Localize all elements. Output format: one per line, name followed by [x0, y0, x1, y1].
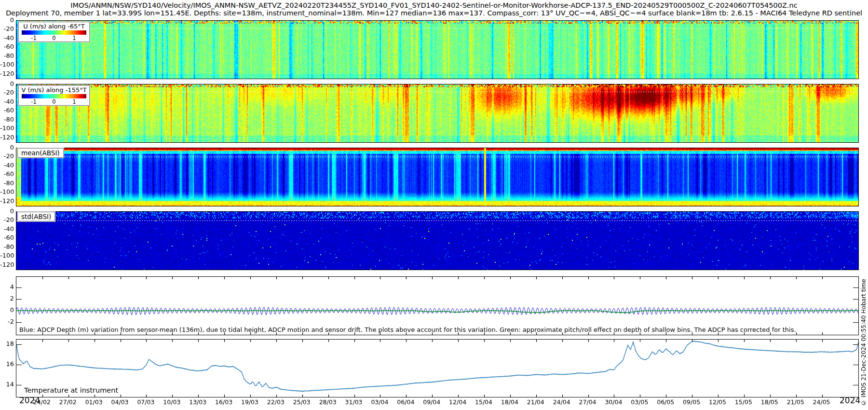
panel-v-velocity: V (m/s) along -155°T -1 0 1: [16, 84, 859, 143]
x-date-label: 07/03: [137, 398, 154, 406]
x-date-label: 15/05: [735, 398, 752, 406]
u-colorbar-legend: U (m/s) along -65°T -1 0 1: [18, 22, 90, 42]
x-date-label: 27/04: [579, 398, 597, 406]
panel-u-velocity: U (m/s) along -65°T -1 0 1: [16, 20, 859, 79]
x-date-label: 03/04: [371, 398, 388, 406]
u-colorbar-ticks: -1 0 1: [20, 35, 88, 41]
temperature-line-canvas: [16, 340, 858, 397]
depth-variation-tick-label: 2: [0, 294, 14, 301]
x-date-label: 24/05: [813, 398, 830, 406]
x-date-label: 28/03: [319, 398, 337, 406]
depth-tick-label: -120: [0, 134, 14, 141]
x-date-label: 25/03: [293, 398, 311, 406]
v-colorbar-ticks: -1 0 1: [20, 98, 88, 105]
std-absi-label: std(ABSI): [17, 212, 55, 221]
imos-watermark: © IMOS 21-Dec-2024 00:55:40 Hobart time: [860, 279, 867, 406]
x-date-label: 06/05: [657, 398, 674, 406]
x-date-label: 19/03: [241, 398, 258, 406]
depth-tick-label: -80: [0, 52, 14, 59]
v-velocity-heatmap-canvas: [16, 84, 858, 142]
x-date-label: 09/04: [423, 398, 440, 406]
depth-tick-label: -60: [0, 170, 14, 178]
x-date-label: 18/04: [501, 398, 518, 406]
depth-variation-tick-label: -2: [0, 317, 14, 325]
u-colorbar-tick-label: -1: [31, 35, 36, 41]
temperature-label: Temperature at instrument: [24, 386, 118, 394]
panel-temperature: Temperature at instrument: [16, 339, 859, 397]
depth-tick-label: -80: [0, 243, 14, 250]
adcp-figure: IMOS/ANMN/NSW/SYD140/Velocity/IMOS_ANMN-…: [0, 0, 868, 410]
depth-tick-label: -100: [0, 61, 14, 68]
u-colorbar-tick-label: 1: [72, 35, 76, 41]
temperature-tick-label: 18: [0, 340, 14, 347]
x-date-label: 10/03: [163, 398, 180, 406]
x-date-label: 16/03: [215, 398, 232, 406]
depth-tick-label: -120: [0, 70, 14, 77]
figure-subtitle: Deployment 70, member 1 lat=33.99S lon=1…: [0, 9, 868, 17]
u-legend-title: U (m/s) along -65°T: [20, 23, 88, 30]
x-date-label: 15/04: [475, 398, 492, 406]
x-date-label: 01/03: [85, 398, 103, 406]
depth-tick-label: 0: [0, 144, 14, 151]
depth-tick-label: -120: [0, 261, 14, 268]
depth-tick-label: -100: [0, 188, 14, 195]
v-legend-title: V (m/s) along -155°T: [20, 86, 88, 94]
x-date-label: 24/04: [553, 398, 570, 406]
figure-title: IMOS/ANMN/NSW/SYD140/Velocity/IMOS_ANMN-…: [0, 1, 868, 9]
v-colorbar-legend: V (m/s) along -155°T -1 0 1: [18, 85, 90, 106]
mean-absi-heatmap-canvas: [16, 148, 858, 206]
x-date-label: 21/05: [787, 398, 804, 406]
year-label-right: 2024: [840, 396, 860, 405]
v-colorbar-tick-label: 0: [52, 98, 55, 105]
x-date-label: 30/04: [605, 398, 622, 406]
x-date-label: 04/03: [111, 398, 129, 406]
x-date-label: 13/03: [189, 398, 206, 406]
depth-tick-label: 0: [0, 207, 14, 215]
depth-variation-tick-label: 4: [0, 283, 14, 290]
depth-tick-label: -80: [0, 116, 14, 123]
depth-tick-label: -20: [0, 89, 14, 96]
x-date-label: 12/05: [709, 398, 726, 406]
u-colorbar: [22, 30, 86, 35]
depth-variation-tick-label: 0: [0, 306, 14, 313]
x-date-label: 22/03: [267, 398, 285, 406]
depth-tick-label: -40: [0, 162, 14, 169]
panel-depth-variation: Blue: ADCP Depth (m) variation from sens…: [16, 276, 859, 335]
x-date-label: 21/04: [527, 398, 544, 406]
std-absi-heatmap-canvas: [16, 212, 858, 270]
depth-tick-label: -40: [0, 34, 14, 41]
depth-tick-label: -60: [0, 234, 14, 241]
depth-tick-label: -100: [0, 252, 14, 259]
v-colorbar: [22, 94, 86, 98]
x-date-label: 31/03: [345, 398, 363, 406]
depth-tick-label: -40: [0, 98, 14, 105]
x-date-label: 06/04: [397, 398, 414, 406]
depth-tick-label: -100: [0, 124, 14, 132]
depth-tick-label: -60: [0, 43, 14, 50]
depth-tick-label: -60: [0, 107, 14, 114]
mean-absi-label: mean(ABSI): [17, 148, 64, 158]
v-colorbar-tick-label: 1: [72, 98, 76, 105]
panel-std-absi: std(ABSI): [16, 211, 859, 270]
depth-tick-label: -20: [0, 216, 14, 223]
u-velocity-heatmap-canvas: [16, 21, 858, 79]
x-date-label: 09/05: [683, 398, 700, 406]
x-date-label: 03/05: [631, 398, 648, 406]
u-colorbar-tick-label: 0: [52, 35, 55, 41]
depth-variation-annotation: Blue: ADCP Depth (m) variation from sens…: [19, 326, 796, 333]
depth-tick-label: -120: [0, 197, 14, 205]
temperature-tick-label: 16: [0, 360, 14, 368]
panel-mean-absi: mean(ABSI): [16, 148, 859, 206]
x-date-label: 27/02: [59, 398, 77, 406]
x-date-label: 12/04: [449, 398, 466, 406]
depth-tick-label: -80: [0, 179, 14, 187]
depth-tick-label: 0: [0, 16, 14, 24]
depth-tick-label: -20: [0, 152, 14, 160]
depth-tick-label: -40: [0, 225, 14, 232]
depth-tick-label: 0: [0, 80, 14, 87]
depth-tick-label: -20: [0, 25, 14, 32]
year-label-left: 2024: [19, 396, 40, 405]
x-date-label: 18/05: [761, 398, 778, 406]
temperature-tick-label: 14: [0, 381, 14, 388]
v-colorbar-tick-label: -1: [31, 98, 36, 105]
